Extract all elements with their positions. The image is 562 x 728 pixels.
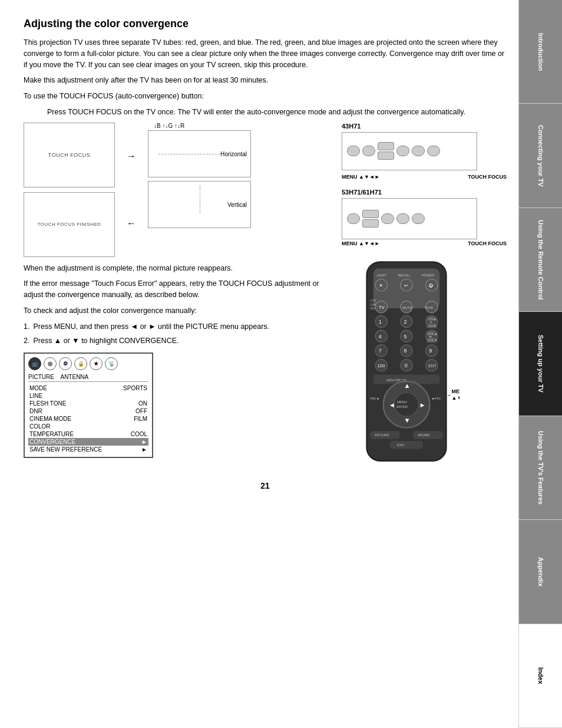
tv-panel-43h71 [342, 132, 477, 170]
vertical-box: Vertical [148, 181, 251, 228]
panel-buttons-43h71 [347, 142, 440, 160]
sidebar-index[interactable]: Index [519, 624, 562, 728]
step-1-num: 1. [24, 321, 29, 332]
svg-text:CTV: CTV [370, 298, 376, 302]
step-1-text: Press MENU, and then press ◄ or ► until … [33, 321, 269, 332]
error-text: If the error message "Touch Focus Error"… [24, 278, 330, 301]
menu-row-color: COLOR [28, 423, 148, 430]
manual-heading: To check and adjust the color convergenc… [24, 305, 330, 317]
menu-row-save-new-preference: SAVE NEW PREFERENCE► [28, 446, 148, 453]
menu-icon-antenna: 📡 [105, 357, 118, 370]
sidebar: Introduction Connecting your TV Using th… [518, 0, 562, 728]
svg-text:TV/VID: TV/VID [424, 307, 433, 309]
svg-text:CH▲: CH▲ [428, 317, 437, 321]
intro-paragraph: This projection TV uses three separate T… [24, 37, 507, 70]
menu-icons-row: 📺 ◎ ⚙ 🔒 ★ 📡 [28, 357, 148, 370]
horizontal-label: Horizontal [220, 150, 247, 157]
menu-icon-star: ★ [90, 357, 103, 370]
step-2: 2. Press ▲ or ▼ to highlight CONVERGENCE… [24, 335, 330, 347]
convergence-diagrams: TOUCH FOCUS TOUCH FOCUS FINISHED → ← [24, 123, 330, 257]
panel-labels-53h71: MENU ▲▼◄► TOUCH FOCUS [342, 241, 507, 246]
touch-focus-finished-label: TOUCH FOCUS FINISHED [37, 222, 101, 227]
svg-text:1: 1 [379, 318, 382, 324]
panel-btn-touch-53 [412, 213, 425, 224]
diagram-arrows: → ← [121, 123, 142, 257]
svg-text:VOL▲: VOL▲ [428, 332, 438, 335]
svg-text:ENT: ENT [428, 364, 437, 368]
arrow-right-icon: → [123, 151, 140, 162]
svg-text:◄: ◄ [389, 401, 395, 408]
dashed-v-line [200, 186, 200, 213]
svg-text:CH▼: CH▼ [428, 324, 437, 327]
svg-text:EXIT: EXIT [397, 443, 405, 447]
step-2-num: 2. [24, 335, 29, 347]
43h71-section: 43H71 MENU ▲▼◄► [342, 123, 507, 180]
menu-row-convergence: CONVERGENCE► [28, 438, 148, 446]
horizontal-box: Horizontal [148, 130, 251, 177]
dashed-h-line [158, 154, 220, 154]
svg-text:ENTER: ENTER [396, 404, 408, 408]
panel-btn-ch-up [378, 142, 394, 150]
svg-rect-72 [390, 441, 423, 449]
svg-text:9: 9 [429, 348, 432, 354]
panel-btn-tv-53 [396, 213, 409, 224]
svg-text:5: 5 [404, 333, 407, 339]
vol-btn [362, 210, 379, 218]
sidebar-features-label: Using the TV's Features [537, 431, 544, 505]
tv-front-box-2: TOUCH FOCUS FINISHED [24, 192, 115, 257]
main-content: Adjusting the color convergence This pro… [0, 0, 518, 728]
touch-focus-43: TOUCH FOCUS [468, 174, 507, 180]
svg-text:TV: TV [379, 305, 385, 310]
sidebar-connecting-label: Connecting your TV [537, 125, 544, 187]
touch-focus-label-1: TOUCH FOCUS [48, 152, 90, 158]
panel-labels-43h71: MENU ▲▼◄► TOUCH FOCUS [342, 174, 507, 180]
arrow-left-icon: ← [123, 218, 140, 229]
horizontal-diagram: ↓B ↑↓G ↑↓R Horizontal [148, 123, 251, 177]
menu-mode-row: MODE SPORTS [28, 384, 148, 392]
right-col: 43H71 MENU ▲▼◄► [342, 123, 507, 469]
panel-btn-ch-dn [378, 151, 394, 160]
panel-btn-menu [347, 146, 360, 156]
sidebar-connecting[interactable]: Connecting your TV [519, 104, 562, 207]
svg-text:0: 0 [405, 363, 408, 368]
menu-row-dnr: DNROFF [28, 407, 148, 415]
svg-text:MENU: MENU [397, 400, 407, 403]
touch-focus-instruction: Press TOUCH FOCUS on the TV once. The TV… [47, 107, 507, 118]
note-paragraph: Make this adjustment only after the TV h… [24, 75, 507, 86]
svg-text:FAV◄: FAV◄ [370, 397, 379, 400]
vertical-diagram: Vertical [148, 181, 251, 228]
page-title: Adjusting the color convergence [24, 18, 507, 30]
touch-focus-53: TOUCH FOCUS [468, 241, 507, 246]
svg-text:4: 4 [379, 333, 382, 339]
svg-text:▲▼◄►: ▲▼◄► [452, 395, 460, 401]
svg-text:☀: ☀ [379, 283, 383, 288]
sidebar-setting[interactable]: Setting up your TV [519, 312, 562, 416]
svg-text:⏻: ⏻ [429, 283, 434, 288]
panel-btn-exit-53 [381, 213, 394, 224]
step-2-text: Press ▲ or ▼ to highlight CONVERGENCE. [33, 335, 178, 347]
svg-text:MUTE: MUTE [402, 306, 412, 309]
diagram-section: TOUCH FOCUS TOUCH FOCUS FINISHED → ← [24, 123, 507, 469]
page-number: 21 [24, 481, 507, 490]
svg-text:8: 8 [404, 348, 407, 354]
svg-text:▲: ▲ [404, 382, 411, 389]
remote-svg: LIGHT RECALL POWER ☀ ↩ ⏻ CTV CABLE VCR [353, 255, 459, 467]
sidebar-appendix[interactable]: Appendix [519, 520, 562, 624]
svg-text:2: 2 [404, 318, 407, 324]
sidebar-introduction[interactable]: Introduction [519, 0, 562, 104]
sidebar-remote[interactable]: Using the Remote Control [519, 208, 562, 312]
ch-buttons [378, 142, 394, 160]
svg-text:LIGHT: LIGHT [376, 274, 386, 277]
touch-focus-heading: To use the TOUCH FOCUS (auto-convergence… [24, 91, 507, 102]
antenna-label: ANTENNA [60, 374, 88, 380]
left-diagrams: TOUCH FOCUS TOUCH FOCUS FINISHED → ← [24, 123, 330, 469]
menu-icon-circle: ◎ [44, 357, 57, 370]
vertical-label: Vertical [227, 201, 247, 207]
53h71-section: 53H71/61H71 MENU ▲▼◄► T [342, 189, 507, 246]
tv-front-boxes: TOUCH FOCUS TOUCH FOCUS FINISHED [24, 123, 115, 257]
svg-text:RECALL: RECALL [398, 274, 411, 277]
panel-btn-exit [396, 146, 409, 156]
panel-btn-menu-53 [347, 213, 360, 224]
sidebar-features[interactable]: Using the TV's Features [519, 416, 562, 520]
svg-text:VOL▼: VOL▼ [428, 338, 438, 342]
